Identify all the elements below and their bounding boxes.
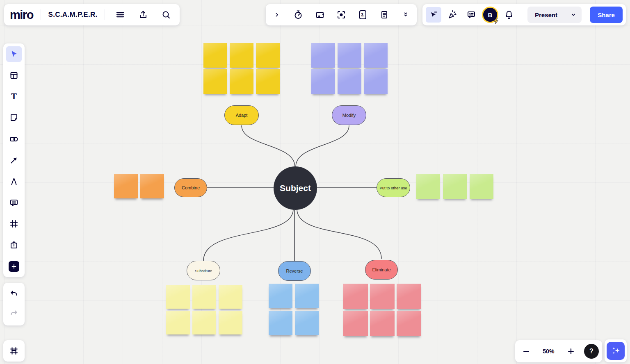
plus-icon	[566, 347, 575, 356]
text-tool[interactable]: T	[6, 89, 22, 105]
ai-assist-panel	[605, 339, 627, 362]
zoom-controls-panel: 50% ?	[515, 340, 602, 362]
zoom-level[interactable]: 50%	[539, 348, 557, 355]
hamburger-icon	[115, 10, 125, 20]
connection-line-tool[interactable]	[6, 152, 22, 168]
reactions-button[interactable]	[445, 7, 460, 23]
mindmap-node-put-to-other-use[interactable]: Put to other use	[377, 178, 410, 197]
text-icon: T	[11, 92, 17, 101]
sticky-note-tool[interactable]	[6, 110, 22, 125]
user-avatar[interactable]: B	[482, 7, 498, 23]
mindmap-node-adapt[interactable]: Adapt	[224, 105, 259, 125]
divider	[41, 9, 41, 20]
comments-icon	[466, 10, 476, 20]
select-tool[interactable]	[6, 46, 22, 62]
present-dropdown[interactable]	[565, 7, 582, 23]
spotlight-icon	[336, 10, 346, 20]
chevron-right-icon	[273, 11, 281, 19]
mindmap-node-combine[interactable]: Combine	[174, 178, 207, 197]
notes-button[interactable]	[377, 7, 392, 23]
undo-button[interactable]	[6, 287, 22, 302]
mindmap-nodes-layer: AdaptModifyCombinePut to other useSubsti…	[0, 0, 630, 364]
present-label: Present	[527, 11, 565, 18]
export-icon	[138, 10, 148, 20]
lightning-icon	[493, 18, 499, 24]
search-icon	[161, 10, 171, 20]
present-button[interactable]: Present	[527, 7, 582, 23]
pen-icon	[9, 177, 19, 187]
share-button[interactable]: Share	[590, 7, 623, 23]
ai-assist-button[interactable]	[607, 342, 625, 360]
comment-tool[interactable]	[6, 195, 22, 211]
bell-icon	[504, 10, 514, 20]
estimation-button[interactable]: 3.	[355, 7, 370, 23]
frames-icon	[9, 346, 19, 356]
mindmap-node-eliminate[interactable]: Eliminate	[365, 260, 398, 280]
history-panel	[3, 283, 25, 325]
comments-button[interactable]	[463, 7, 479, 23]
mindmap-node-reverse[interactable]: Reverse	[278, 261, 311, 281]
sticky-note-icon	[9, 113, 19, 123]
more-tools-button[interactable]	[6, 259, 22, 274]
redo-button[interactable]	[6, 306, 22, 322]
plus-icon	[9, 261, 19, 272]
shapes-icon	[9, 134, 19, 144]
zoom-out-button[interactable]	[518, 344, 534, 359]
main-menu-button[interactable]	[112, 7, 128, 23]
shapes-tool[interactable]	[6, 131, 22, 147]
frame-icon	[9, 219, 19, 229]
board-title[interactable]: S.C.A.M.P.E.R.	[48, 11, 98, 19]
board-header-panel: miro S.C.A.M.P.E.R.	[4, 4, 180, 25]
frames-panel	[3, 340, 25, 362]
expand-toolbar-button[interactable]	[269, 7, 285, 23]
timer-button[interactable]	[290, 7, 306, 23]
templates-tool[interactable]	[6, 68, 22, 83]
redo-icon	[9, 309, 19, 319]
notifications-button[interactable]	[501, 7, 517, 23]
facilitation-toolbar: 3.	[266, 4, 417, 25]
mindmap-center-node[interactable]: Subject	[274, 166, 317, 210]
follow-cursor-button[interactable]	[426, 7, 441, 23]
search-button[interactable]	[158, 7, 174, 23]
help-button[interactable]: ?	[584, 344, 599, 359]
mindmap-node-modify[interactable]: Modify	[332, 105, 366, 125]
chevron-down-icon	[570, 11, 577, 18]
divider	[105, 9, 105, 20]
collaboration-toolbar: B Present Share	[422, 4, 626, 25]
question-mark-icon: ?	[589, 348, 593, 355]
mindmap-node-substitute[interactable]: Substitute	[187, 261, 220, 280]
zoom-in-button[interactable]	[563, 344, 579, 359]
collapse-toolbar-button[interactable]	[398, 7, 413, 23]
minus-icon	[522, 347, 531, 356]
party-popper-icon	[447, 10, 457, 20]
undo-icon	[9, 289, 19, 299]
spotlight-button[interactable]	[333, 7, 349, 23]
notes-icon	[379, 10, 389, 20]
board-canvas[interactable]: AdaptModifyCombinePut to other useSubsti…	[0, 0, 630, 364]
templates-icon	[9, 71, 19, 80]
arrow-icon	[9, 155, 19, 165]
pen-tool[interactable]	[6, 174, 22, 189]
estimation-icon: 3.	[359, 10, 366, 19]
export-button[interactable]	[135, 7, 151, 23]
sparkles-icon	[611, 346, 621, 356]
double-chevron-down-icon	[402, 11, 410, 19]
select-cursor-icon	[9, 49, 19, 59]
screen-share-button[interactable]	[312, 7, 328, 23]
upload-icon	[9, 240, 19, 250]
timer-icon	[293, 10, 303, 20]
frames-list-button[interactable]	[6, 343, 22, 359]
screen-share-icon	[315, 10, 325, 20]
upload-tool[interactable]	[6, 237, 22, 253]
comment-icon	[9, 198, 19, 208]
frame-tool[interactable]	[6, 216, 22, 232]
collaborator-cursor-icon	[429, 10, 438, 20]
miro-logo[interactable]: miro	[10, 8, 33, 22]
creation-toolbar: T	[3, 43, 25, 277]
